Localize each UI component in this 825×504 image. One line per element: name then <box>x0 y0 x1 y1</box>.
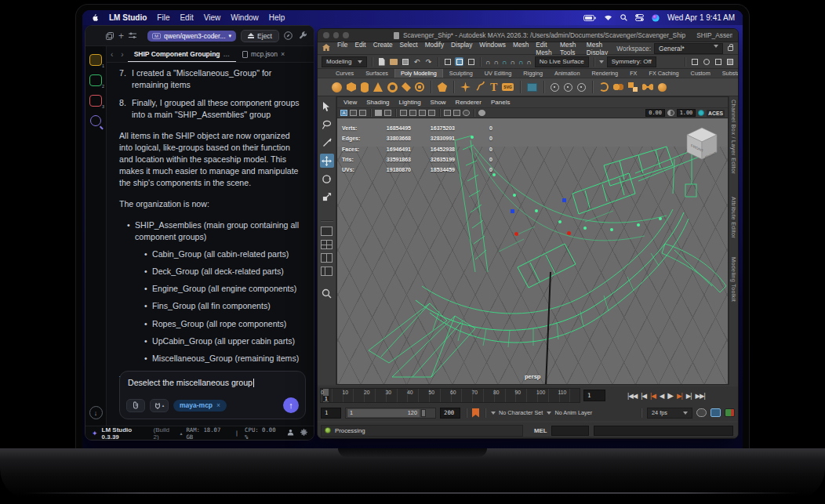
menu-item[interactable]: Edit Mesh <box>536 41 553 56</box>
select-hierarchy-icon[interactable] <box>443 57 452 66</box>
camera-attributes-icon[interactable] <box>359 110 366 116</box>
downloads-button[interactable]: ↓ <box>89 406 103 419</box>
sidebar-discover-icon[interactable] <box>90 115 101 126</box>
menu-item[interactable]: Edit <box>354 41 365 56</box>
sidebar-chat-icon[interactable]: 1 <box>89 54 102 66</box>
anim-start-field[interactable]: 1 <box>321 408 341 419</box>
boolean-icon[interactable] <box>599 82 609 92</box>
discover-icon[interactable] <box>284 31 293 40</box>
snap-point-icon[interactable]: ∩ <box>502 58 507 65</box>
set-key-icon[interactable] <box>472 408 479 418</box>
joint-marker-red[interactable] <box>514 232 518 236</box>
move-tool-icon[interactable] <box>320 154 334 168</box>
shelf-tab[interactable]: Custom <box>685 69 716 78</box>
bookmark-icon[interactable] <box>375 110 382 116</box>
shelf-tab[interactable]: FX <box>624 69 642 78</box>
minimize-button[interactable] <box>333 32 340 38</box>
mcp-chip[interactable]: maya-mcp × <box>173 400 227 412</box>
workspace-dropdown[interactable]: General* <box>654 43 723 54</box>
poly-sphere-icon[interactable] <box>332 82 342 92</box>
select-tool-icon[interactable] <box>320 100 334 114</box>
menu-item[interactable]: Windows <box>479 41 506 56</box>
panel-menu-item[interactable]: Show <box>431 99 446 106</box>
model-selector[interactable]: M qwen/qwen3-coder... ▾ <box>147 31 236 42</box>
panel-menu-item[interactable]: Renderer <box>456 99 482 106</box>
tab-chat[interactable]: SHIP Component Grouping … <box>128 46 236 62</box>
menubar-item[interactable]: Edit <box>180 13 193 22</box>
reset-transform-icon[interactable] <box>564 83 572 92</box>
layout-four-pane-icon[interactable] <box>321 240 333 249</box>
snap-curve-icon[interactable]: ∩ <box>493 58 498 65</box>
poly-cylinder-icon[interactable] <box>361 82 369 92</box>
gamma-value[interactable]: 1.00 <box>677 109 696 117</box>
combine-icon[interactable] <box>628 82 638 92</box>
poly-disc-icon[interactable] <box>415 82 424 92</box>
shading-wireframe-icon[interactable] <box>400 110 407 116</box>
tab-close-icon[interactable]: × <box>281 50 285 58</box>
shading-smooth-icon[interactable] <box>409 110 416 116</box>
lock-icon[interactable] <box>728 46 733 51</box>
gear-icon[interactable] <box>300 429 307 437</box>
super-shape-icon[interactable] <box>460 82 471 92</box>
select-camera-icon[interactable]: A <box>340 110 347 116</box>
zoom-tool-icon[interactable] <box>320 286 334 300</box>
menubar-item[interactable]: File <box>157 13 169 22</box>
snap-view-icon[interactable]: ∩ <box>526 58 531 65</box>
select-object-icon[interactable] <box>455 57 463 66</box>
menu-item[interactable]: Mesh Tools <box>560 41 580 56</box>
playback-button[interactable]: ▶▶| <box>696 392 705 400</box>
zoom-button[interactable] <box>343 32 349 38</box>
chat-input[interactable]: Deselect the miscellaneous group <box>128 378 297 387</box>
user-icon[interactable] <box>287 429 294 437</box>
lighting-icon[interactable] <box>428 110 435 116</box>
chat-transcript[interactable]: 7. I created a "Miscellaneous_Group" for… <box>107 63 314 381</box>
tab-channel-box[interactable]: Channel Box / Layer Editor <box>730 100 737 174</box>
tab-more-icon[interactable]: … <box>224 50 231 58</box>
paint-select-tool-icon[interactable] <box>320 136 334 150</box>
timeline-track[interactable]: 0102030405060708090100110120 1 <box>320 388 580 403</box>
range-bar[interactable]: 1 120 <box>347 409 420 417</box>
cached-playback-icon[interactable] <box>711 408 721 417</box>
playback-button[interactable]: |◀◀ <box>627 392 637 400</box>
animation-prefs-icon[interactable] <box>725 408 735 417</box>
attach-button[interactable] <box>126 399 145 412</box>
shelf-tab[interactable]: Rendering <box>586 69 623 78</box>
menubar-item[interactable]: View <box>204 13 221 22</box>
active-app-name[interactable]: LM Studio <box>109 13 147 22</box>
chip-close-icon[interactable]: × <box>216 401 220 409</box>
plugin-button[interactable]: ▴ <box>150 399 169 412</box>
symmetry-field[interactable]: Symmetry: Off <box>607 56 656 67</box>
undo-icon[interactable]: ↶ <box>412 57 421 66</box>
panel-menu-item[interactable]: View <box>343 99 357 106</box>
close-button[interactable] <box>323 32 329 38</box>
sidebar-developer-icon[interactable]: 2 <box>89 74 102 86</box>
shelf-tab[interactable]: Rigging <box>518 69 548 78</box>
poly-plane-icon[interactable] <box>402 82 411 92</box>
joint-marker-blue[interactable] <box>511 209 514 213</box>
shelf-tab[interactable]: UV Editing <box>479 69 517 78</box>
shelf-tab[interactable]: FX Caching <box>643 69 684 78</box>
shelf-tab[interactable]: Curves <box>330 69 359 78</box>
range-track[interactable]: 1 120 <box>345 408 436 419</box>
construction-history-icon[interactable] <box>690 57 699 66</box>
menu-item[interactable]: Mesh Display <box>587 41 609 56</box>
playback-button[interactable]: |◀ <box>641 392 646 400</box>
new-window-icon[interactable] <box>106 32 114 40</box>
xray-icon[interactable] <box>453 110 460 116</box>
menu-item[interactable]: Modify <box>425 41 444 56</box>
status-caret-icon[interactable]: ▴ <box>180 430 182 436</box>
menubar-clock[interactable]: Wed Apr 1 9:41 AM <box>667 13 735 22</box>
viewport-canvas[interactable]: Verts: 16854495 16375203 0 Edges: 338036… <box>337 118 728 384</box>
menu-set-dropdown[interactable]: Modeling <box>322 56 367 67</box>
shelf-tab[interactable]: Substance <box>717 69 738 78</box>
chevron-down-icon[interactable] <box>599 60 604 63</box>
control-center-icon[interactable] <box>635 14 644 21</box>
freeze-transform-icon[interactable] <box>577 83 586 92</box>
render-icon[interactable] <box>702 57 711 66</box>
home-icon[interactable] <box>322 44 330 53</box>
gamma-icon[interactable] <box>667 110 674 116</box>
developer-wrench-icon[interactable] <box>299 31 307 40</box>
shelf-tab[interactable]: Sculpting <box>444 69 478 78</box>
exposure-icon[interactable] <box>478 110 485 116</box>
panel-menu-item[interactable]: Shading <box>366 99 389 106</box>
